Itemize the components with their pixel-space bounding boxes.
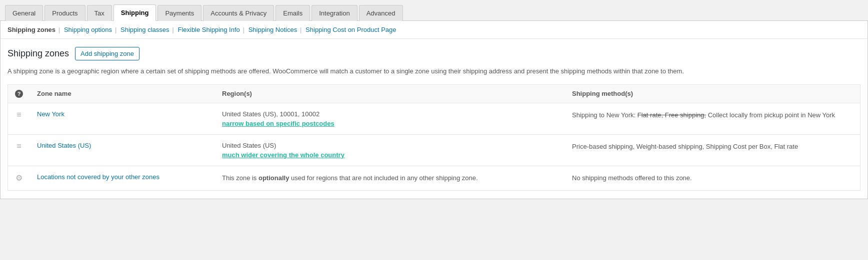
row-method-uncovered: No shipping methods offered to this zone… <box>565 166 860 191</box>
row-drag-handle-us[interactable]: ≡ <box>8 134 30 166</box>
drag-icon: ≡ <box>16 142 21 150</box>
subnav-link-shipping-notices[interactable]: Shipping Notices <box>248 26 298 33</box>
tab-products[interactable]: Products <box>44 5 85 21</box>
table-row: ⚙ Locations not covered by your other zo… <box>8 166 860 191</box>
row-region-newyork: United States (US), 10001, 10002 narrow … <box>215 103 565 134</box>
content-area: Shipping zones | Shipping options | Ship… <box>0 21 868 199</box>
col-header-help: ? <box>8 84 30 103</box>
col-header-zone: Zone name <box>30 84 215 103</box>
row-method-newyork: Shipping to New York: Flat rate, Free sh… <box>565 103 860 134</box>
table-row: ≡ United States (US) United States (US) … <box>8 134 860 166</box>
row-region-us: United States (US) much wider covering t… <box>215 134 565 166</box>
tab-accounts-privacy[interactable]: Accounts & Privacy <box>203 5 274 21</box>
subnav-link-flexible-shipping[interactable]: Flexible Shipping Info <box>178 26 240 33</box>
tab-tax[interactable]: Tax <box>87 5 112 21</box>
method-text-us: Price-based shipping, Weight-based shipp… <box>572 143 798 150</box>
region-suffix-uncovered: used for regions that are not included i… <box>289 174 478 182</box>
region-text-us: United States (US) <box>222 142 558 149</box>
help-icon[interactable]: ? <box>15 90 23 98</box>
add-shipping-zone-button[interactable]: Add shipping zone <box>75 47 140 60</box>
tab-integration[interactable]: Integration <box>312 5 357 21</box>
method-text-uncovered: No shipping methods offered to this zone… <box>572 174 692 182</box>
row-region-uncovered: This zone is optionally used for regions… <box>215 166 565 191</box>
separator-3: | <box>172 26 174 33</box>
tab-payments[interactable]: Payments <box>158 5 202 21</box>
separator-2: | <box>115 26 117 33</box>
row-zone-newyork: New York <box>30 103 215 134</box>
tab-general[interactable]: General <box>5 5 43 21</box>
region-text-uncovered: This zone is optionally used for regions… <box>222 174 478 182</box>
row-zone-us: United States (US) <box>30 134 215 166</box>
drag-icon: ≡ <box>16 110 21 119</box>
method-text-newyork: Shipping to New York: Flat rate, Free sh… <box>572 111 835 119</box>
page-body: Shipping zones Add shipping zone A shipp… <box>0 39 868 199</box>
subnav-link-shipping-cost[interactable]: Shipping Cost on Product Page <box>306 26 396 33</box>
narrow-link-newyork[interactable]: narrow based on specific postcodes <box>222 120 334 127</box>
subnav-link-shipping-options[interactable]: Shipping options <box>64 26 112 33</box>
separator-1: | <box>58 26 60 33</box>
col-header-method: Shipping method(s) <box>565 84 860 103</box>
zone-name-link-newyork[interactable]: New York <box>37 110 64 118</box>
zone-name-link-uncovered[interactable]: Locations not covered by your other zone… <box>37 173 160 181</box>
optionally-text: optionally <box>258 174 289 182</box>
page-heading: Shipping zones Add shipping zone <box>8 47 860 60</box>
col-header-region: Region(s) <box>215 84 565 103</box>
row-settings-uncovered[interactable]: ⚙ <box>8 166 30 191</box>
region-text-newyork: United States (US), 10001, 10002 <box>222 110 558 118</box>
strikethrough-text: Flat rate, Free shipping, <box>638 111 706 119</box>
tab-shipping[interactable]: Shipping <box>114 4 156 21</box>
tab-advanced[interactable]: Advanced <box>359 5 403 21</box>
sub-nav: Shipping zones | Shipping options | Ship… <box>0 21 868 39</box>
row-drag-handle-newyork[interactable]: ≡ <box>8 103 30 134</box>
separator-4: | <box>242 26 244 33</box>
narrow-link-text-newyork: narrow based on specific postcodes <box>222 120 334 127</box>
table-header-row: ? Zone name Region(s) Shipping method(s) <box>8 84 860 103</box>
page-title: Shipping zones <box>8 48 69 59</box>
tab-emails[interactable]: Emails <box>276 5 310 21</box>
wider-link-us[interactable]: much wider covering the whole country <box>222 151 344 159</box>
zone-name-link-us[interactable]: United States (US) <box>37 142 91 149</box>
tabs-bar: General Products Tax Shipping Payments A… <box>0 0 868 21</box>
zones-table: ? Zone name Region(s) Shipping method(s)… <box>8 84 860 191</box>
wider-link-text-us: much wider covering the whole country <box>222 151 344 159</box>
subnav-link-shipping-classes[interactable]: Shipping classes <box>120 26 170 33</box>
gear-icon: ⚙ <box>16 174 22 182</box>
row-method-us: Price-based shipping, Weight-based shipp… <box>565 134 860 166</box>
table-row: ≡ New York United States (US), 10001, 10… <box>8 103 860 134</box>
row-zone-uncovered: Locations not covered by your other zone… <box>30 166 215 191</box>
page-description: A shipping zone is a geographic region w… <box>8 66 860 76</box>
separator-5: | <box>300 26 302 33</box>
subnav-current: Shipping zones <box>8 26 56 33</box>
